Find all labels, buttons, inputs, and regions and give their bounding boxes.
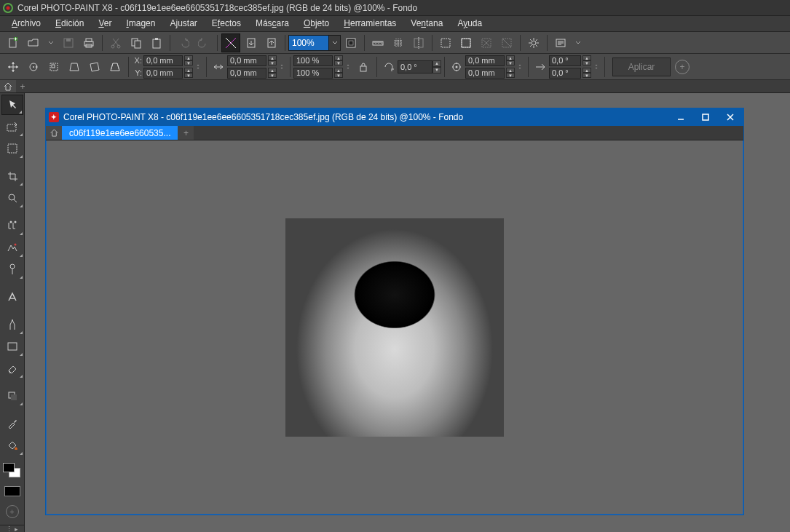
w-input[interactable] — [227, 55, 266, 66]
invert-mask-button[interactable] — [497, 33, 516, 52]
zoom-dropdown[interactable] — [329, 35, 341, 51]
y-spinner[interactable]: ▲▼ — [184, 68, 193, 78]
menu-mascara[interactable]: Máscara — [248, 16, 296, 31]
y-input[interactable] — [143, 68, 183, 79]
canvas[interactable] — [46, 140, 743, 515]
home-tab[interactable] — [0, 80, 16, 92]
x-spinner[interactable]: ▲▼ — [184, 55, 193, 65]
rectangle-tool[interactable] — [1, 336, 23, 357]
angx-input[interactable] — [549, 55, 581, 66]
grid-button[interactable] — [389, 33, 408, 52]
liquid-tool[interactable] — [1, 259, 23, 279]
distort-button[interactable] — [85, 57, 104, 76]
x-input[interactable] — [143, 55, 183, 66]
eraser-tool[interactable] — [1, 358, 23, 378]
close-button[interactable] — [720, 110, 740, 124]
cx-input[interactable] — [465, 55, 505, 66]
crop-tool[interactable] — [1, 166, 23, 186]
fill-swatch[interactable] — [4, 486, 20, 496]
maximize-button[interactable] — [695, 110, 716, 124]
pick-tool[interactable] — [1, 95, 23, 115]
menu-efectos[interactable]: Efectos — [205, 16, 248, 31]
cx-spinner[interactable]: ▲▼ — [506, 55, 515, 65]
new-button[interactable] — [4, 33, 23, 52]
menu-ajustar[interactable]: Ajustar — [162, 16, 204, 31]
position-origin-button[interactable] — [4, 57, 23, 76]
zoom-input[interactable] — [288, 35, 329, 51]
sx-spinner[interactable]: ▲▼ — [334, 55, 343, 65]
zoom-tool[interactable] — [1, 188, 23, 208]
menu-ventana[interactable]: Ventana — [403, 16, 450, 31]
cut-button[interactable] — [106, 33, 125, 52]
zoom-level-field[interactable] — [288, 35, 341, 51]
open-dropdown[interactable] — [44, 33, 58, 52]
minimize-button[interactable] — [671, 110, 691, 124]
redeye-tool[interactable] — [1, 237, 23, 258]
redo-button[interactable] — [194, 33, 213, 52]
guidelines-button[interactable] — [409, 33, 428, 52]
new-tab-button[interactable]: + — [16, 80, 29, 92]
text-tool[interactable] — [1, 287, 23, 307]
cy-spinner[interactable]: ▲▼ — [506, 68, 515, 78]
launch-button[interactable] — [551, 33, 570, 52]
scale-origin-button[interactable] — [44, 57, 63, 76]
mask-visible-button[interactable] — [436, 33, 455, 52]
effect-tool[interactable] — [1, 314, 23, 335]
menu-edicion[interactable]: Edición — [48, 16, 91, 31]
import-button[interactable] — [242, 33, 261, 52]
dropshadow-tool[interactable] — [1, 386, 23, 406]
toolbox-expand[interactable]: ⋮ ▸ — [0, 525, 24, 532]
doc-new-tab[interactable]: + — [178, 126, 194, 140]
menu-herramientas[interactable]: Herramientas — [336, 16, 403, 31]
perspective-button[interactable] — [106, 57, 125, 76]
color-swatches[interactable] — [1, 463, 23, 482]
h-input[interactable] — [227, 68, 266, 79]
w-spinner[interactable]: ▲▼ — [268, 55, 277, 65]
save-button[interactable] — [59, 33, 78, 52]
separator — [376, 57, 377, 77]
doc-home-tab[interactable] — [46, 126, 62, 140]
sy-spinner[interactable]: ▲▼ — [334, 68, 343, 78]
mask-overlay-button[interactable] — [457, 33, 475, 52]
export-button[interactable] — [262, 33, 281, 52]
paste-button[interactable] — [147, 33, 166, 52]
cy-input[interactable] — [465, 68, 505, 79]
ax-spinner[interactable]: ▲▼ — [582, 55, 591, 65]
fill-tool[interactable] — [1, 435, 23, 456]
undo-button[interactable] — [174, 33, 193, 52]
scalex-input[interactable] — [293, 55, 333, 66]
menu-archivo[interactable]: Archivo — [4, 16, 48, 31]
document-titlebar[interactable]: ✦ Corel PHOTO-PAINT X8 - c06f119e1ee6ee6… — [46, 108, 743, 126]
copy-button[interactable] — [127, 33, 146, 52]
mask-tool[interactable] — [1, 138, 23, 159]
scaley-input[interactable] — [293, 68, 333, 79]
menu-imagen[interactable]: Imagen — [119, 16, 162, 31]
menu-objeto[interactable]: Objeto — [296, 16, 336, 31]
rotation-input[interactable] — [398, 60, 432, 74]
lock-ratio-button[interactable] — [354, 57, 373, 76]
clone-tool[interactable] — [1, 215, 23, 236]
eyedropper-tool[interactable] — [1, 413, 23, 434]
angy-input[interactable] — [549, 68, 581, 79]
menu-ver[interactable]: Ver — [91, 16, 119, 31]
clear-mask-button[interactable] — [477, 33, 496, 52]
fullscreen-button[interactable] — [341, 33, 360, 52]
ay-spinner[interactable]: ▲▼ — [582, 68, 591, 78]
add-tool-button[interactable]: + — [1, 501, 23, 522]
launch-dropdown[interactable] — [572, 33, 585, 52]
rot-spinner[interactable]: ▲▼ — [432, 60, 441, 74]
menu-ayuda[interactable]: Ayuda — [450, 16, 489, 31]
ruler-button[interactable] — [368, 33, 387, 52]
apply-button[interactable]: Aplicar — [612, 57, 671, 76]
rotate-origin-button[interactable] — [24, 57, 43, 76]
options-button[interactable] — [524, 33, 543, 52]
add-preset-button[interactable]: + — [675, 60, 690, 74]
open-button[interactable] — [24, 33, 43, 52]
h-spinner[interactable]: ▲▼ — [268, 68, 277, 78]
skew-origin-button[interactable] — [65, 57, 84, 76]
print-button[interactable] — [79, 33, 98, 52]
document-tab[interactable]: c06f119e1ee6ee660535... — [62, 126, 178, 140]
image-adjust-button[interactable] — [221, 33, 240, 52]
size-group: ▲▼ ▲▼ — [227, 55, 277, 79]
rect-mask-tool[interactable] — [1, 116, 23, 137]
